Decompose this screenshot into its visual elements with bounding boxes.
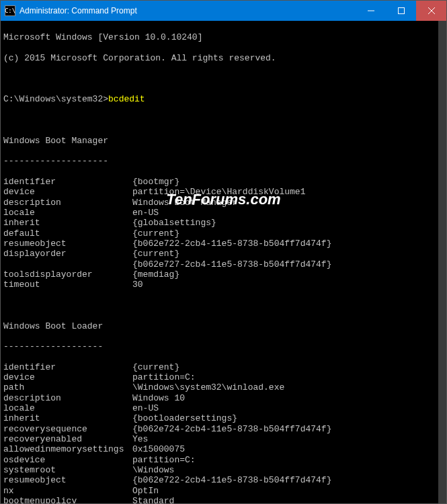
property-value: \Windows\system32\winload.exe (132, 382, 284, 392)
property-value: en-US (132, 208, 159, 218)
property-row: recoveryenabledYes (3, 434, 436, 444)
property-row: recoverysequence{b062e724-2cb4-11e5-8738… (3, 424, 436, 434)
property-key: toolsdisplayorder (3, 269, 132, 280)
property-value: partition=C: (132, 372, 196, 382)
section-separator: ------------------- (3, 341, 436, 351)
property-value: {globalsettings} (132, 218, 216, 228)
property-value: OptIn (132, 486, 159, 496)
property-value: {memdiag} (132, 269, 179, 280)
command-prompt-window: C:\ Administrator: Command Prompt Micros… (0, 0, 447, 504)
property-key: default (3, 228, 132, 239)
section-title: Windows Boot Loader (3, 321, 436, 331)
property-row: osdevicepartition=C: (3, 455, 436, 465)
property-row: {b062e727-2cb4-11e5-8738-b504ff7d474f} (3, 259, 436, 269)
property-key: identifier (3, 177, 132, 187)
property-row: toolsdisplayorder{memdiag} (3, 269, 436, 280)
property-value: {b062e722-2cb4-11e5-8738-b504ff7d474f} (132, 239, 331, 249)
property-row: nxOptIn (3, 486, 436, 496)
maximize-button[interactable] (386, 1, 416, 21)
property-key: locale (3, 403, 132, 413)
property-value: Windows 10 (132, 393, 185, 403)
property-value: partition=C: (132, 455, 196, 465)
property-value: Standard (132, 496, 174, 503)
property-value: Windows Boot Manager (132, 198, 237, 208)
banner-line: (c) 2015 Microsoft Corporation. All righ… (3, 53, 436, 63)
property-value: {b062e722-2cb4-11e5-8738-b504ff7d474f} (132, 475, 331, 485)
property-row: localeen-US (3, 403, 436, 413)
property-row: identifier{current} (3, 362, 436, 372)
property-key: allowedinmemorysettings (3, 444, 132, 454)
property-key: systemroot (3, 465, 132, 475)
window-title: Administrator: Command Prompt (19, 6, 356, 15)
property-row: localeen-US (3, 208, 436, 218)
property-row: systemroot\Windows (3, 465, 436, 475)
property-row: devicepartition=C: (3, 372, 436, 382)
property-row: bootmenupolicyStandard (3, 496, 436, 503)
property-value: 30 (132, 280, 143, 290)
property-key (3, 259, 132, 269)
property-row: default{current} (3, 228, 436, 239)
property-value: 0x15000075 (132, 444, 185, 454)
command-text: bcdedit (108, 94, 145, 104)
section-separator: -------------------- (3, 156, 436, 166)
section-title: Windows Boot Manager (3, 136, 436, 146)
property-key: displayorder (3, 249, 132, 259)
property-key: description (3, 198, 132, 208)
terminal-output[interactable]: Microsoft Windows [Version 10.0.10240] (… (1, 21, 446, 503)
property-key: path (3, 382, 132, 392)
property-row: allowedinmemorysettings0x15000075 (3, 444, 436, 454)
property-key: timeout (3, 280, 132, 290)
property-value: en-US (132, 403, 159, 413)
property-row: timeout30 (3, 280, 436, 290)
property-key: resumeobject (3, 239, 132, 249)
titlebar[interactable]: C:\ Administrator: Command Prompt (1, 1, 446, 21)
minimize-button[interactable] (356, 1, 386, 21)
property-value: {b062e724-2cb4-11e5-8738-b504ff7d474f} (132, 424, 331, 434)
property-value: Yes (132, 434, 148, 444)
property-value: {current} (132, 228, 179, 239)
property-row: resumeobject{b062e722-2cb4-11e5-8738-b50… (3, 239, 436, 249)
property-value: {current} (132, 362, 179, 372)
property-value: {bootmgr} (132, 177, 179, 187)
property-value: {b062e727-2cb4-11e5-8738-b504ff7d474f} (132, 259, 331, 269)
property-key: identifier (3, 362, 132, 372)
property-key: nx (3, 486, 132, 496)
property-value: \Windows (132, 465, 174, 475)
property-row: identifier{bootmgr} (3, 177, 436, 187)
property-row: descriptionWindows Boot Manager (3, 198, 436, 208)
property-value: partition=\Device\HarddiskVolume1 (132, 187, 305, 197)
property-value: {bootloadersettings} (132, 413, 237, 423)
property-key: locale (3, 208, 132, 218)
property-key: bootmenupolicy (3, 496, 132, 503)
property-row: devicepartition=\Device\HarddiskVolume1 (3, 187, 436, 197)
svg-rect-1 (398, 8, 404, 14)
property-row: descriptionWindows 10 (3, 393, 436, 403)
banner-line: Microsoft Windows [Version 10.0.10240] (3, 32, 436, 42)
property-key: inherit (3, 413, 132, 423)
property-value: {current} (132, 249, 179, 259)
property-key: inherit (3, 218, 132, 228)
property-row: resumeobject{b062e722-2cb4-11e5-8738-b50… (3, 475, 436, 485)
property-key: recoverysequence (3, 424, 132, 434)
prompt-line: C:\Windows\system32>bcdedit (3, 94, 436, 104)
close-button[interactable] (416, 1, 446, 21)
property-key: recoveryenabled (3, 434, 132, 444)
property-key: resumeobject (3, 475, 132, 485)
app-icon: C:\ (5, 5, 15, 16)
property-row: displayorder{current} (3, 249, 436, 259)
property-row: inherit{globalsettings} (3, 218, 436, 228)
property-key: device (3, 372, 132, 382)
property-key: description (3, 393, 132, 403)
property-row: path\Windows\system32\winload.exe (3, 382, 436, 392)
property-key: device (3, 187, 132, 197)
property-key: osdevice (3, 455, 132, 465)
property-row: inherit{bootloadersettings} (3, 413, 436, 423)
